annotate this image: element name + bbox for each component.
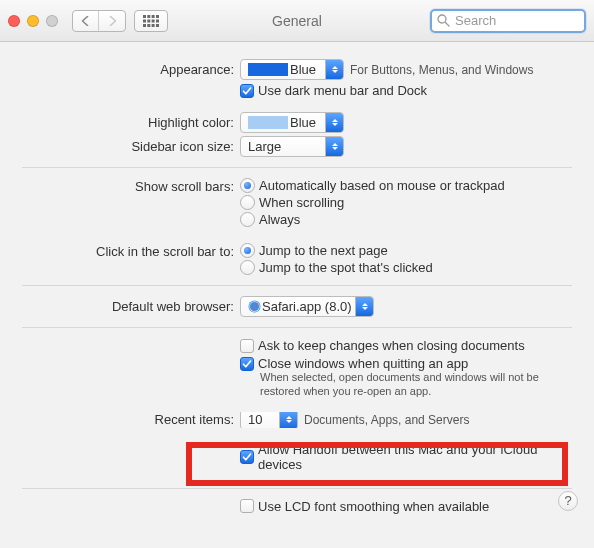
radio-label: When scrolling (259, 195, 344, 210)
traffic-lights (8, 15, 58, 27)
back-button[interactable] (73, 11, 99, 31)
close-windows-hint: When selected, open documents and window… (260, 370, 572, 399)
svg-rect-8 (143, 24, 146, 27)
safari-icon (248, 300, 261, 313)
checkbox-label: Close windows when quitting an app (258, 356, 468, 371)
recent-suffix: Documents, Apps, and Servers (304, 413, 469, 427)
sidebar-value: Large (248, 139, 281, 154)
svg-rect-9 (147, 24, 150, 27)
search-icon (437, 14, 450, 27)
general-preferences-pane: Appearance: Blue For Buttons, Menus, and… (0, 42, 594, 531)
help-icon: ? (564, 493, 571, 508)
lcd-label: Use LCD font smoothing when available (258, 499, 489, 514)
radio-label: Jump to the spot that's clicked (259, 260, 433, 275)
svg-rect-6 (152, 19, 155, 22)
popup-arrows-icon (325, 60, 343, 79)
forward-button[interactable] (99, 11, 125, 31)
scrollbars-auto-radio[interactable]: Automatically based on mouse or trackpad (240, 178, 505, 193)
search-input[interactable] (453, 12, 579, 29)
checkmark-icon (242, 359, 252, 369)
show-all-prefs-button[interactable] (134, 10, 168, 32)
radio-label: Automatically based on mouse or trackpad (259, 178, 505, 193)
divider (22, 488, 572, 489)
popup-arrows-icon (325, 137, 343, 156)
grid-icon (143, 15, 159, 27)
radio-label: Always (259, 212, 300, 227)
window-toolbar: General (0, 0, 594, 42)
svg-rect-2 (152, 15, 155, 18)
lcd-smoothing-checkbox[interactable]: Use LCD font smoothing when available (240, 499, 489, 514)
default-browser-popup[interactable]: Safari.app (8.0) (240, 296, 374, 317)
default-browser-label: Default web browser: (22, 299, 240, 314)
popup-arrows-icon (325, 113, 343, 132)
click-scroll-label: Click in the scroll bar to: (22, 243, 240, 259)
svg-rect-0 (143, 15, 146, 18)
color-swatch-icon (248, 116, 288, 129)
dark-menubar-label: Use dark menu bar and Dock (258, 83, 427, 98)
popup-arrows-icon (279, 412, 297, 428)
browser-value: Safari.app (8.0) (262, 299, 352, 314)
minimize-window-button[interactable] (27, 15, 39, 27)
nav-back-forward-segmented (72, 10, 126, 32)
color-swatch-icon (248, 63, 288, 76)
close-windows-checkbox[interactable]: Close windows when quitting an app (240, 356, 468, 371)
svg-rect-5 (147, 19, 150, 22)
popup-arrows-icon (355, 297, 373, 316)
recent-items-label: Recent items: (22, 412, 240, 427)
svg-rect-7 (156, 19, 159, 22)
svg-rect-3 (156, 15, 159, 18)
svg-rect-1 (147, 15, 150, 18)
search-field[interactable] (430, 9, 586, 33)
appearance-hint: For Buttons, Menus, and Windows (350, 63, 533, 77)
handoff-label: Allow Handoff between this Mac and your … (258, 442, 572, 472)
checkmark-icon (242, 452, 252, 462)
sidebar-icon-label: Sidebar icon size: (22, 139, 240, 154)
svg-line-13 (445, 22, 449, 26)
help-button[interactable]: ? (558, 491, 578, 511)
svg-rect-11 (156, 24, 159, 27)
sidebar-icon-popup[interactable]: Large (240, 136, 344, 157)
recent-value: 10 (248, 412, 262, 427)
highlight-color-popup[interactable]: Blue (240, 112, 344, 133)
divider (22, 285, 572, 286)
scrollbars-when-radio[interactable]: When scrolling (240, 195, 505, 210)
divider (22, 167, 572, 168)
handoff-checkbox[interactable]: Allow Handoff between this Mac and your … (240, 442, 572, 472)
svg-rect-10 (152, 24, 155, 27)
recent-items-popup[interactable]: 10 (240, 412, 298, 428)
scroll-bars-label: Show scroll bars: (22, 178, 240, 194)
click-scroll-spot-radio[interactable]: Jump to the spot that's clicked (240, 260, 433, 275)
radio-label: Jump to the next page (259, 243, 388, 258)
highlight-value: Blue (290, 115, 316, 130)
checkmark-icon (242, 86, 252, 96)
zoom-window-button[interactable] (46, 15, 58, 27)
ask-keep-changes-checkbox[interactable]: Ask to keep changes when closing documen… (240, 338, 525, 353)
appearance-value: Blue (290, 62, 316, 77)
scrollbars-always-radio[interactable]: Always (240, 212, 505, 227)
dark-menubar-checkbox[interactable]: Use dark menu bar and Dock (240, 83, 427, 98)
divider (22, 327, 572, 328)
checkbox-label: Ask to keep changes when closing documen… (258, 338, 525, 353)
click-scroll-next-radio[interactable]: Jump to the next page (240, 243, 433, 258)
appearance-popup[interactable]: Blue (240, 59, 344, 80)
highlight-color-label: Highlight color: (22, 115, 240, 130)
appearance-label: Appearance: (22, 62, 240, 77)
svg-rect-4 (143, 19, 146, 22)
close-window-button[interactable] (8, 15, 20, 27)
